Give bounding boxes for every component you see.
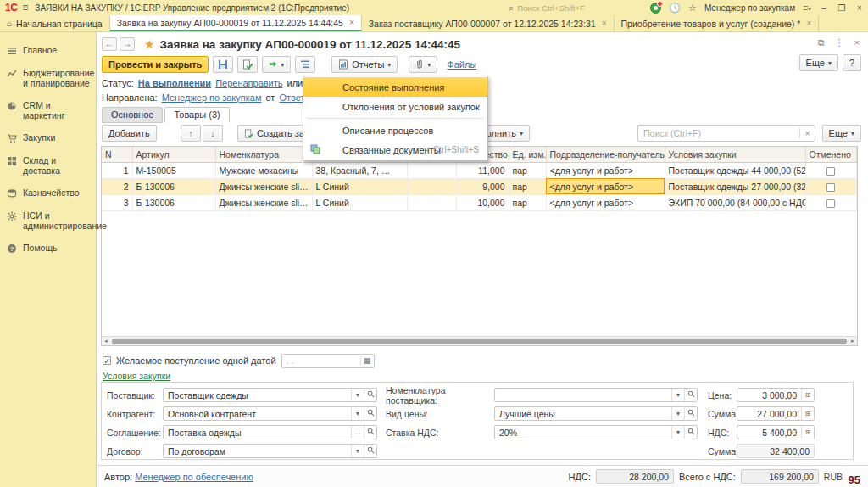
files-link[interactable]: Файлы (447, 59, 476, 70)
sidebar-item-crm[interactable]: CRM и маркетинг (0, 94, 96, 126)
supplier-nomenclature-field[interactable]: ▾ (494, 388, 698, 402)
table-row-selected[interactable]: 2 Б-130006 Джинсы женские sli… L Синий 9… (102, 178, 856, 194)
author-link[interactable]: Менеджер по обеспечению (135, 472, 253, 482)
get-link-icon[interactable]: ⧉ (818, 37, 825, 48)
active-cell[interactable]: <для услуг и работ> (546, 178, 665, 194)
sidebar-item-help[interactable]: ? Помощь (0, 237, 96, 260)
menu-item-linked-documents[interactable]: Связанные документы Ctrl+Shift+S (303, 140, 487, 160)
create-based-on-button[interactable]: ▾ (262, 56, 291, 73)
contract-field[interactable]: По договорам ▾ (163, 444, 377, 458)
chevron-down-icon[interactable]: ▾ (671, 407, 684, 420)
calendar-icon[interactable]: ▦ (360, 356, 374, 365)
tools-menu-icon[interactable]: ≡▾ (803, 3, 811, 13)
table-search-input[interactable]: Поиск (Ctrl+F) × (637, 125, 815, 142)
current-user[interactable]: Менеджер по закупкам (704, 3, 795, 13)
tab-purchase-request[interactable]: Заявка на закупку АП00-000019 от 11.12.2… (110, 15, 362, 31)
calculator-icon[interactable]: ⊞ (801, 389, 814, 401)
back-button[interactable]: ← (102, 37, 117, 51)
restore-button[interactable]: ❐ (837, 3, 847, 13)
col-header-department[interactable]: Подразделение-получатель (546, 147, 665, 162)
menu-item-deviations[interactable]: Отклонения от условий закупок (303, 97, 487, 116)
chevron-down-icon[interactable]: ▾ (671, 426, 684, 439)
help-button[interactable]: ? (843, 54, 861, 71)
post-button[interactable] (237, 56, 258, 73)
table-row[interactable]: 1 М-150005 Мужские мокасины 38, Красный,… (102, 162, 856, 178)
calculator-icon[interactable]: ⊞ (801, 407, 814, 420)
sidebar-item-main[interactable]: Главное (0, 39, 96, 62)
amount-field[interactable]: 27 000,00 ⊞ (737, 406, 815, 421)
open-item-icon[interactable] (364, 445, 376, 457)
open-item-icon[interactable] (364, 426, 376, 439)
favorites-icon[interactable]: ☆ (688, 0, 697, 15)
tab-goods-purchase[interactable]: Приобретение товаров и услуг (создание) … (615, 15, 820, 31)
add-row-button[interactable]: Добавить (102, 125, 157, 142)
table-more-button[interactable]: Еще ▾ (822, 125, 861, 142)
close-tab-icon[interactable]: × (349, 18, 354, 27)
tab-home[interactable]: ⌂ Начальная страница (0, 15, 110, 31)
open-item-icon[interactable] (684, 407, 697, 420)
chevron-down-icon[interactable]: ▾ (351, 445, 364, 457)
cancelled-checkbox[interactable] (826, 199, 835, 208)
supplier-field[interactable]: Поставщик одежды ▾ (163, 388, 377, 402)
col-header-nomenclature[interactable]: Номенклатура (215, 147, 312, 162)
open-item-icon[interactable] (364, 389, 376, 401)
col-header-terms[interactable]: Условия закупки (665, 147, 805, 162)
sidebar-item-warehouse[interactable]: Склад и доставка (0, 149, 96, 182)
chevron-down-icon[interactable]: ▾ (351, 407, 364, 420)
history-icon[interactable]: 🕓 (669, 0, 681, 15)
reports-button[interactable]: Отчеты ▾ (331, 56, 398, 73)
col-header-cancelled[interactable]: Отменено (805, 147, 856, 162)
scroll-right-icon[interactable]: ► (849, 339, 857, 344)
more-dots-icon[interactable]: ⋮ (835, 37, 844, 48)
open-item-icon[interactable] (684, 389, 697, 401)
open-item-icon[interactable] (364, 407, 376, 420)
col-header-article[interactable]: Артикул (132, 147, 215, 162)
close-window-button[interactable]: × (854, 3, 865, 13)
chevron-down-icon[interactable]: ▾ (351, 389, 364, 401)
scrollbar-thumb[interactable] (112, 339, 847, 344)
attachments-button[interactable]: ▾ (409, 56, 437, 73)
forward-button[interactable]: → (120, 37, 135, 51)
purchase-terms-group-link[interactable]: Условия закупки (103, 371, 170, 381)
minimize-button[interactable]: – (819, 3, 829, 13)
sidebar-item-purchasing[interactable]: Закупки (0, 126, 96, 149)
cancelled-checkbox[interactable] (826, 183, 835, 192)
routed-to-link[interactable]: Менеджер по закупкам (162, 92, 262, 103)
menu-item-execution-state[interactable]: Состояние выполнения (303, 77, 487, 97)
calculator-icon[interactable]: ⊞ (801, 426, 814, 439)
close-form-icon[interactable]: × (854, 37, 860, 48)
single-date-checkbox[interactable]: ✓ (103, 356, 111, 365)
post-and-close-button[interactable]: Провести и закрыть (102, 56, 209, 73)
close-tab-icon[interactable]: × (806, 19, 811, 28)
tab-supplier-order[interactable]: Заказ поставщику АП00-000007 от 12.12.20… (362, 15, 615, 31)
tab-goods[interactable]: Товары (3) (164, 107, 229, 123)
discussions-icon[interactable] (650, 3, 661, 14)
save-button[interactable] (213, 56, 233, 73)
vat-field[interactable]: 5 400,00 ⊞ (737, 425, 815, 439)
form-more-button[interactable]: Еще ▾ (799, 54, 838, 71)
status-value-link[interactable]: На выполнении (138, 78, 211, 88)
choose-dots-icon[interactable]: … (351, 426, 364, 439)
sidebar-item-admin[interactable]: НСИ и администрирование (0, 204, 96, 237)
open-item-icon[interactable] (684, 426, 697, 439)
menu-item-process-description[interactable]: Описание процессов (303, 120, 487, 140)
redirect-link[interactable]: Перенаправить (215, 78, 282, 88)
move-down-button[interactable]: ↓ (203, 125, 223, 142)
chevron-down-icon[interactable]: ▾ (671, 389, 684, 401)
scroll-left-icon[interactable]: ◄ (102, 339, 110, 344)
price-kind-field[interactable]: Лучшие цены ▾ (494, 406, 698, 421)
move-up-button[interactable]: ↑ (181, 125, 201, 142)
agreement-field[interactable]: Поставка одежды … (163, 425, 377, 439)
tab-main[interactable]: Основное (102, 107, 163, 123)
counterparty-field[interactable]: Основной контрагент ▾ (163, 406, 377, 421)
cancelled-checkbox[interactable] (826, 167, 835, 176)
sidebar-item-treasury[interactable]: Казначейство (0, 182, 96, 204)
horizontal-scrollbar[interactable]: ◄ ► (102, 336, 857, 345)
table-row[interactable]: 3 Б-130006 Джинсы женские sli… L Синий 1… (102, 194, 856, 210)
main-menu-icon[interactable]: ≡ (22, 2, 28, 14)
favorite-star-icon[interactable]: ★ (144, 37, 155, 51)
col-header-n[interactable]: N (102, 147, 132, 162)
price-field[interactable]: 3 000,00 ⊞ (737, 388, 815, 402)
global-search-input[interactable]: ⌕ Поиск Ctrl+Shift+F (509, 2, 653, 14)
document-structure-button[interactable] (295, 56, 315, 73)
